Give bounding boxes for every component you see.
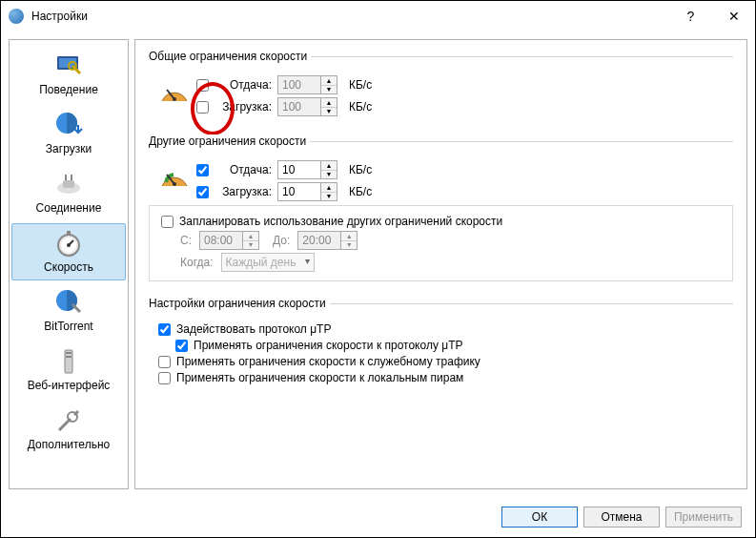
unit-label: КБ/с (349, 163, 372, 176)
spinner-arrows[interactable]: ▲▼ (321, 97, 337, 116)
sidebar-item-advanced[interactable]: Дополнительно (11, 401, 126, 458)
sidebar-item-behavior[interactable]: Поведение (11, 46, 126, 103)
globe-wrench-icon (53, 287, 84, 318)
overhead-checkbox[interactable] (158, 356, 171, 368)
sidebar-item-label: BitTorrent (44, 320, 92, 333)
titlebar: Настройки ? ✕ (1, 1, 755, 31)
group-legend: Настройки ограничения скорости (149, 297, 330, 310)
ok-button[interactable]: ОК (501, 507, 578, 528)
utp-limits-checkbox[interactable] (175, 340, 188, 352)
global-download-input[interactable] (277, 97, 321, 116)
global-upload-label: Отдача: (215, 78, 272, 92)
global-upload-input[interactable] (277, 75, 321, 94)
stopwatch-icon (53, 228, 84, 259)
utp-limits-label: Применять ограничения скорости к протоко… (194, 339, 462, 352)
sidebar-item-label: Загрузки (46, 142, 92, 155)
when-label: Когда: (180, 256, 214, 269)
utp-checkbox[interactable] (158, 323, 171, 336)
global-limits-group: Общие ограничения скорости Отдача: ▲▼ КБ… (149, 50, 733, 127)
schedule-when-select[interactable]: Каждый день (221, 253, 315, 272)
svg-point-18 (173, 182, 176, 186)
sidebar-item-label: Дополнительно (28, 438, 110, 451)
main-panel: Общие ограничения скорости Отдача: ▲▼ КБ… (134, 39, 747, 489)
alt-upload-label: Отдача: (215, 163, 272, 176)
server-icon (53, 346, 84, 377)
monitor-wrench-icon (53, 51, 84, 81)
svg-rect-14 (66, 352, 72, 354)
speedometer-icon (158, 76, 191, 109)
sidebar-item-label: Соединение (36, 201, 102, 215)
sidebar-item-label: Поведение (39, 83, 98, 96)
overhead-label: Применять ограничения скорости к служебн… (176, 355, 480, 368)
from-label: С: (180, 234, 192, 247)
alt-download-label: Загрузка: (215, 185, 272, 198)
lan-checkbox[interactable] (158, 372, 171, 384)
tools-icon (53, 405, 84, 436)
global-download-label: Загрузка: (215, 100, 272, 114)
sidebar-item-webui[interactable]: Веб-интерфейс (11, 341, 126, 399)
svg-rect-5 (63, 180, 74, 188)
speedometer-green-icon (158, 161, 191, 194)
global-download-checkbox[interactable] (196, 101, 209, 114)
window-title: Настройки (31, 10, 88, 23)
unit-label: КБ/с (349, 100, 372, 114)
close-button[interactable]: ✕ (712, 1, 755, 31)
to-label: До: (273, 234, 290, 247)
spinner-arrows[interactable]: ▲▼ (243, 231, 259, 250)
group-legend: Общие ограничения скорости (149, 50, 311, 63)
unit-label: КБ/с (349, 78, 372, 92)
alt-upload-checkbox[interactable] (196, 164, 209, 176)
sidebar-item-connection[interactable]: Соединение (11, 164, 126, 221)
sidebar-item-downloads[interactable]: Загрузки (11, 105, 126, 162)
sidebar-item-label: Веб-интерфейс (28, 379, 111, 392)
spinner-arrows[interactable]: ▲▼ (341, 231, 358, 250)
schedule-checkbox[interactable] (161, 216, 174, 228)
help-button[interactable]: ? (669, 1, 712, 31)
schedule-label: Запланировать использование других огран… (179, 215, 502, 228)
svg-rect-15 (66, 356, 72, 358)
svg-point-11 (67, 243, 71, 247)
limit-settings-group: Настройки ограничения скорости Задейство… (149, 297, 733, 395)
globe-download-icon (53, 110, 84, 140)
alt-download-checkbox[interactable] (196, 186, 209, 198)
sidebar-item-bittorrent[interactable]: BitTorrent (11, 282, 126, 340)
schedule-from-input[interactable] (199, 231, 243, 250)
lan-label: Применять ограничения скорости к локальн… (176, 371, 463, 384)
alt-upload-input[interactable] (277, 160, 321, 179)
sidebar-item-speed[interactable]: Скорость (11, 223, 126, 280)
alt-download-input[interactable] (277, 182, 321, 201)
svg-rect-10 (67, 231, 71, 235)
alt-limits-group: Другие ограничения скорости Отдача: ▲▼ К… (149, 134, 733, 289)
plug-icon (53, 169, 84, 199)
spinner-arrows[interactable]: ▲▼ (321, 75, 337, 94)
svg-point-17 (173, 97, 176, 101)
sidebar: Поведение Загрузки Соединение Скорость (9, 39, 129, 489)
schedule-to-input[interactable] (297, 231, 341, 250)
utp-label: Задействовать протокол μTP (176, 322, 331, 336)
sidebar-item-label: Скорость (44, 260, 93, 274)
unit-label: КБ/с (349, 185, 372, 198)
global-upload-checkbox[interactable] (196, 79, 209, 92)
apply-button[interactable]: Применить (665, 507, 742, 528)
dialog-footer: ОК Отмена Применить (1, 497, 755, 537)
schedule-box: Запланировать использование других огран… (149, 205, 733, 281)
spinner-arrows[interactable]: ▲▼ (321, 160, 337, 179)
cancel-button[interactable]: Отмена (583, 507, 660, 528)
spinner-arrows[interactable]: ▲▼ (321, 182, 337, 201)
group-legend: Другие ограничения скорости (149, 134, 310, 148)
svg-rect-7 (71, 175, 72, 180)
svg-rect-6 (65, 175, 67, 180)
app-icon (9, 9, 24, 24)
